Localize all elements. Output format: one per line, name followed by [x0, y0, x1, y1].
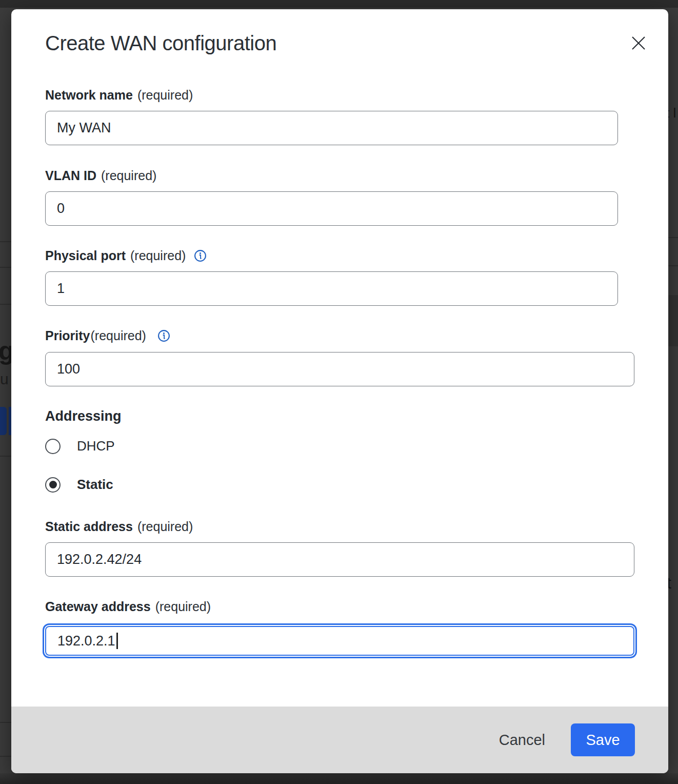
radio-selected-icon[interactable]	[45, 477, 61, 493]
input-value: 192.0.2.1	[57, 633, 115, 649]
label-text: Network name	[45, 87, 133, 103]
backdrop-divider	[668, 237, 678, 238]
dialog-title: Create WAN configuration	[45, 31, 634, 55]
required-tag: (required)	[130, 248, 186, 263]
priority-label: Priority (required)	[45, 328, 634, 343]
physical-port-label: Physical port (required)	[45, 248, 634, 263]
gateway-address-label: Gateway address (required)	[45, 599, 634, 614]
network-name-input[interactable]: My WAN	[45, 111, 618, 145]
backdrop-divider	[0, 456, 11, 457]
radio-label: Static	[77, 477, 113, 493]
gateway-address-input[interactable]: 192.0.2.1	[45, 626, 634, 656]
backdrop-divider	[0, 241, 11, 242]
close-button[interactable]	[628, 33, 649, 53]
required-tag: (required)	[137, 519, 193, 534]
radio-option-static[interactable]: Static	[45, 477, 634, 493]
close-icon	[631, 36, 646, 50]
addressing-heading: Addressing	[45, 408, 634, 424]
static-address-input[interactable]: 192.0.2.42/24	[45, 542, 634, 577]
radio-unselected-icon[interactable]	[45, 439, 61, 454]
backdrop-bottom-band	[0, 773, 678, 784]
physical-port-input[interactable]: 1	[45, 271, 618, 306]
backdrop-button-fragment	[0, 407, 7, 435]
label-text: VLAN ID	[45, 168, 96, 183]
info-icon	[194, 249, 207, 262]
label-text: Priority	[45, 328, 90, 343]
required-tag: (required)	[91, 328, 146, 343]
save-button[interactable]: Save	[571, 723, 635, 756]
network-name-label: Network name (required)	[45, 87, 634, 103]
create-wan-dialog: Create WAN configuration Network name (r…	[11, 9, 668, 773]
input-value: 0	[57, 201, 65, 217]
static-address-label: Static address (required)	[45, 519, 634, 534]
radio-option-dhcp[interactable]: DHCP	[45, 438, 634, 454]
text-cursor	[116, 633, 118, 649]
backdrop-divider	[0, 722, 11, 723]
label-text: Physical port	[45, 248, 126, 263]
input-value: 192.0.2.42/24	[57, 552, 142, 567]
label-text: Gateway address	[45, 599, 151, 614]
required-tag: (required)	[137, 87, 193, 103]
backdrop-divider	[0, 756, 11, 757]
backdrop-divider	[668, 265, 678, 266]
vlan-id-label: VLAN ID (required)	[45, 168, 634, 183]
priority-input[interactable]: 100	[45, 352, 634, 386]
backdrop-block-fragment	[668, 295, 678, 346]
cancel-button[interactable]: Cancel	[499, 732, 545, 749]
physical-port-info-button[interactable]	[194, 249, 207, 262]
vlan-id-input[interactable]: 0	[45, 191, 618, 226]
info-icon	[157, 329, 170, 342]
label-text: Static address	[45, 519, 133, 534]
input-value: My WAN	[57, 120, 111, 136]
input-value: 100	[57, 361, 80, 377]
dialog-footer: Cancel Save	[11, 707, 668, 773]
required-tag: (required)	[155, 599, 211, 614]
backdrop-divider	[0, 267, 11, 268]
radio-label: DHCP	[77, 438, 115, 454]
backdrop-top-band	[0, 0, 678, 8]
input-value: 1	[57, 281, 65, 297]
backdrop-divider	[0, 304, 11, 305]
priority-info-button[interactable]	[157, 329, 170, 342]
required-tag: (required)	[101, 168, 156, 183]
backdrop-text-fragment: u	[0, 370, 9, 388]
